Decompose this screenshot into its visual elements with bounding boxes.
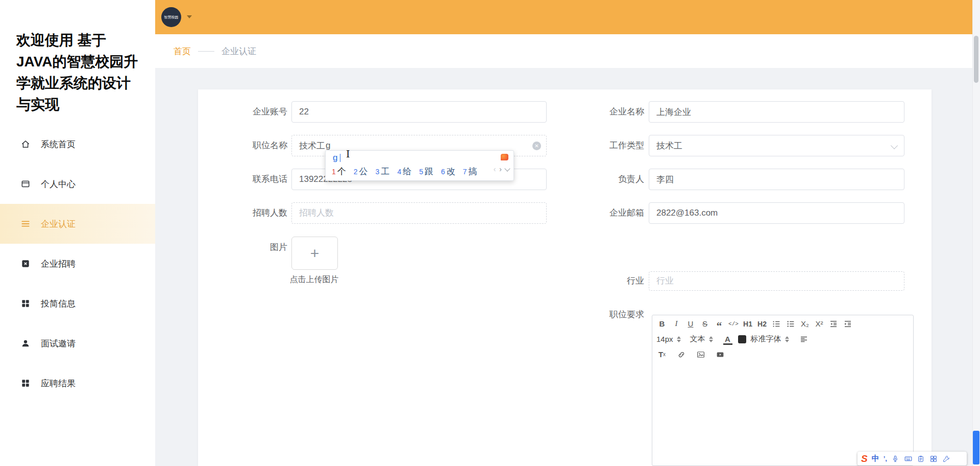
quote-button[interactable]: “ (714, 316, 725, 332)
home-icon (20, 139, 31, 149)
sidebar-item-interview-invite[interactable]: 面试邀请 (0, 323, 155, 363)
sidebar: 欢迎使用 基于JAVA的智慧校园升学就业系统的设计与实现 系统首页 个人中心 企… (0, 0, 155, 466)
ime-logo-icon[interactable] (501, 154, 508, 160)
microphone-icon[interactable] (891, 454, 900, 463)
outdent-button[interactable] (828, 318, 839, 330)
editor-toolbar-row3: Tx (652, 347, 913, 361)
clipboard-icon[interactable] (917, 454, 925, 463)
toolbox-wrench-icon[interactable] (942, 454, 951, 463)
updown-caret-icon (677, 336, 681, 342)
sidebar-item-resume-info[interactable]: 投简信息 (0, 284, 155, 323)
editor-toolbar-row2: 14px 文本 A 标准字体 (652, 332, 913, 346)
email-input[interactable] (649, 202, 904, 224)
h1-button[interactable]: H1 (742, 318, 753, 330)
ime-punctuation-toggle[interactable]: ’, (884, 455, 887, 462)
user-card-icon (20, 179, 31, 189)
underline-button[interactable]: U (685, 318, 696, 330)
image-upload-button[interactable]: + (291, 237, 338, 270)
font-family-value: 标准字体 (751, 334, 781, 344)
headcount-input[interactable] (291, 202, 547, 224)
ime-candidate[interactable]: 7搞 (463, 166, 477, 177)
top-header-bar: 智慧校园 (155, 0, 980, 34)
code-button[interactable]: </> (728, 318, 739, 330)
highlight-swatch-icon (738, 335, 746, 343)
ime-prev-page-icon[interactable]: ‹ (494, 165, 496, 173)
ime-next-page-icon[interactable]: › (499, 165, 502, 173)
avatar[interactable]: 智慧校园 (161, 7, 181, 27)
scrollbar-thumb-blue[interactable] (973, 431, 979, 464)
sidebar-item-label: 企业认证 (41, 218, 76, 230)
chevron-down-icon (891, 142, 898, 149)
subscript-button[interactable]: X₂ (799, 318, 811, 330)
ordered-list-button[interactable] (771, 318, 782, 330)
text-type-value: 文本 (690, 334, 705, 344)
sidebar-item-label: 应聘结果 (41, 378, 76, 389)
ime-candidate[interactable]: 1个 (332, 166, 346, 177)
sidebar-item-label: 系统首页 (41, 138, 76, 150)
unordered-list-button[interactable] (785, 318, 796, 330)
ime-candidate[interactable]: 5跟 (419, 166, 433, 177)
editor-content[interactable] (652, 362, 913, 465)
form-card: 企业账号 职位名称 技术工g ✕ 联系电话 招聘人数 图片 + 点击上传图片 企… (198, 89, 932, 466)
company-label: 企业名称 (547, 101, 644, 123)
ime-candidate[interactable]: 4给 (397, 166, 411, 177)
sidebar-item-label: 个人中心 (41, 178, 76, 190)
text-type-dropdown[interactable]: 文本 (690, 334, 713, 344)
link-button[interactable] (676, 349, 687, 360)
h2-button[interactable]: H2 (756, 318, 768, 330)
ime-expand-icon[interactable] (504, 166, 510, 171)
keyboard-icon[interactable] (904, 454, 913, 463)
ime-candidate[interactable]: 2公 (354, 166, 368, 177)
font-size-dropdown[interactable]: 14px (656, 335, 681, 343)
ime-language-toggle[interactable]: 中 (872, 454, 879, 463)
font-family-dropdown[interactable]: 标准字体 (751, 334, 789, 344)
highlight-color-button[interactable] (737, 334, 748, 345)
scrollbar-thumb[interactable] (974, 36, 978, 83)
worktype-label: 工作类型 (547, 135, 644, 156)
indent-button[interactable] (842, 318, 853, 330)
industry-input[interactable] (649, 271, 904, 291)
video-button[interactable] (715, 349, 726, 360)
main-content: 企业账号 职位名称 技术工g ✕ 联系电话 招聘人数 图片 + 点击上传图片 企… (155, 68, 972, 466)
sidebar-item-personal-center[interactable]: 个人中心 (0, 164, 155, 204)
scrollbar-track[interactable] (972, 0, 980, 466)
sidebar-item-system-home[interactable]: 系统首页 (0, 124, 155, 164)
superscript-button[interactable]: X² (814, 318, 825, 330)
editor-toolbar-row1: B I U S “ </> H1 H2 X₂ X² (652, 317, 913, 331)
updown-caret-icon (785, 336, 789, 342)
account-label: 企业账号 (208, 101, 287, 123)
font-size-value: 14px (656, 335, 673, 343)
email-label: 企业邮箱 (547, 202, 644, 224)
font-color-button[interactable]: A (722, 334, 733, 345)
sidebar-item-enterprise-recruit[interactable]: 企业招聘 (0, 244, 155, 284)
phone-label: 联系电话 (208, 169, 287, 190)
sidebar-item-application-result[interactable]: 应聘结果 (0, 363, 155, 403)
account-input[interactable] (291, 101, 547, 123)
requirements-label: 职位要求 (547, 310, 644, 320)
manager-input[interactable] (649, 169, 904, 190)
clear-icon[interactable]: ✕ (532, 142, 541, 150)
sidebar-item-enterprise-auth[interactable]: 企业认证 (0, 204, 155, 244)
align-button[interactable] (798, 334, 810, 345)
text-cursor: I (346, 148, 350, 159)
clear-format-button[interactable]: Tx (656, 349, 668, 360)
apps-grid-icon[interactable] (929, 454, 938, 463)
avatar-text: 智慧校园 (164, 15, 179, 19)
ime-candidate[interactable]: 3工 (376, 166, 390, 177)
ime-candidate[interactable]: 6改 (441, 166, 455, 177)
breadcrumb-home-link[interactable]: 首页 (174, 45, 191, 57)
ime-composition-inline: g (326, 141, 330, 151)
upload-hint: 点击上传图片 (277, 274, 351, 285)
bold-button[interactable]: B (656, 318, 668, 330)
italic-button[interactable]: I (671, 318, 682, 330)
strikethrough-button[interactable]: S (699, 318, 710, 330)
box-icon (20, 259, 31, 269)
sogou-logo-icon[interactable]: S (861, 453, 868, 464)
sidebar-menu: 系统首页 个人中心 企业认证 企业招聘 (0, 124, 155, 403)
image-button[interactable] (695, 349, 706, 360)
updown-caret-icon (709, 336, 713, 342)
menu-icon (20, 219, 31, 229)
ime-text-caret (340, 154, 340, 162)
company-input[interactable] (649, 101, 904, 123)
worktype-select[interactable]: 技术工 (649, 135, 904, 156)
